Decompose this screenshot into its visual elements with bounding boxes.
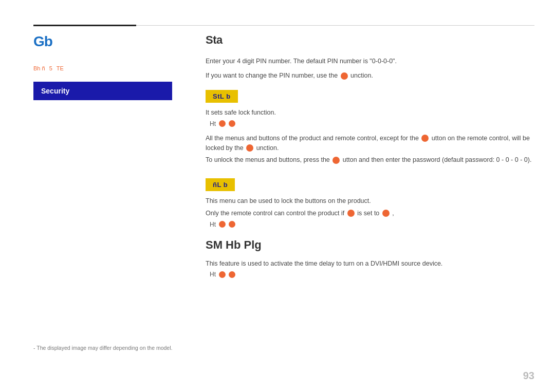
nav-meta-sep: 5 (49, 65, 52, 71)
sub2-inline-icon (347, 210, 355, 217)
subsection1-desc: It sets safe lock function. (206, 108, 534, 118)
desc2: If you want to change the PIN number, us… (206, 70, 534, 81)
btn-icon-2 (332, 157, 340, 164)
hint-label-3: Ht (210, 271, 216, 278)
hint-icon-on (219, 120, 226, 127)
hint-row-1: Ht (210, 120, 534, 127)
section2-title: SM Hb Plg (206, 238, 534, 252)
fn-icon-1 (246, 144, 253, 152)
logo: Gb (33, 33, 172, 50)
page-number: 93 (523, 370, 534, 382)
subsection2-detail: Only the remote control can control the … (206, 209, 534, 218)
subsection1-detail1: All the menus and buttons of the product… (206, 134, 534, 153)
nav-meta-label1: Bh ñ (33, 65, 45, 71)
sidebar-item-security[interactable]: Security (33, 82, 172, 100)
hint-icon-off (229, 120, 235, 127)
hint-icon-on-2 (219, 221, 226, 228)
section2-desc: This feature is used to activate the tim… (206, 259, 534, 269)
function-icon (341, 72, 348, 80)
main-title: Sta (206, 33, 534, 47)
hint-icon-off-3 (229, 271, 235, 278)
top-bar-accent (33, 25, 136, 26)
top-bar-line (136, 25, 534, 26)
hint-label-1: Ht (210, 120, 216, 127)
sub2-inline-icon2 (382, 210, 390, 217)
nav-meta: Bh ñ 5 TE (33, 65, 172, 71)
desc2-end: unction. (350, 72, 373, 79)
left-panel: Gb Bh ñ 5 TE Security (33, 33, 172, 101)
btn-icon-1 (421, 135, 429, 142)
hint-icon-on-3 (219, 271, 226, 278)
subsection1-label: StL b (206, 90, 238, 103)
desc2-text: If you want to change the PIN number, us… (206, 72, 338, 79)
hint-row-2: Ht (210, 221, 534, 228)
subsection1-detail2: To unlock the menus and buttons, press t… (206, 155, 534, 165)
hint-row-3: Ht (210, 271, 534, 278)
nav-meta-label2: TE (57, 65, 64, 71)
subsection2-label: ñL b (206, 178, 235, 191)
hint-label-2: Ht (210, 221, 216, 228)
subsection2-desc: This menu can be used to lock the button… (206, 196, 534, 206)
footnote: The displayed image may differ depending… (33, 345, 172, 351)
hint-icon-off-2 (229, 221, 235, 228)
desc1: Enter your 4 digit PIN number. The defau… (206, 56, 534, 66)
right-panel: Sta Enter your 4 digit PIN number. The d… (206, 33, 534, 284)
top-bar (33, 25, 534, 26)
